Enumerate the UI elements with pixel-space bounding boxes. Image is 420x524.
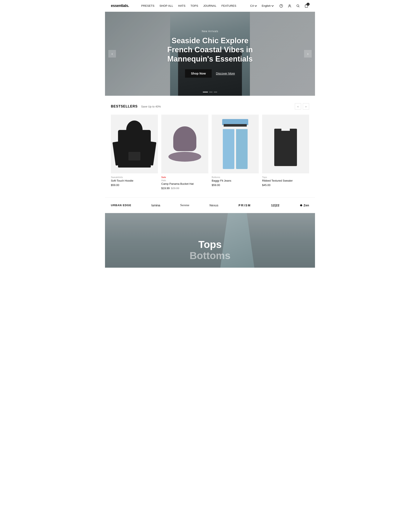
product-price-row: $19.99$29.99: [161, 187, 208, 190]
product-name: Baggy Fit Jeans: [212, 179, 259, 182]
brands-grid: URBAN EDGEluminaSereneNexusPRISM12|22 Ze…: [111, 203, 309, 207]
shop-now-button[interactable]: Shop Now: [185, 69, 212, 78]
hero-section: New Arrivals Seaside Chic Explore French…: [105, 12, 315, 96]
help-button[interactable]: [279, 3, 284, 9]
bestsellers-nav: ‹ ›: [295, 103, 309, 110]
brands-section: URBAN EDGEluminaSereneNexusPRISM12|22 Ze…: [105, 197, 315, 213]
category-content: Tops Bottoms: [190, 239, 231, 261]
region-label: CA: [250, 4, 254, 7]
hero-dots: [203, 92, 217, 92]
brand-logo[interactable]: lumina: [151, 203, 160, 207]
locale-group: CA English: [248, 3, 276, 8]
product-price-row: $59.00: [111, 183, 158, 187]
product-card[interactable]: Sweatshirts Soft-Touch Hoodie $59.00: [111, 115, 158, 190]
cart-badge: 0: [306, 3, 310, 6]
bestsellers-title-group: BESTSELLERS Save Up to 40%: [111, 105, 161, 108]
brand-logo[interactable]: PRISM: [239, 204, 251, 207]
search-button[interactable]: [295, 3, 301, 9]
product-category: Hats: [161, 179, 208, 182]
account-button[interactable]: [287, 3, 292, 9]
hero-prev-button[interactable]: ‹: [108, 50, 116, 58]
product-price: $59.00: [212, 183, 220, 187]
brand-logo[interactable]: 12|22: [271, 203, 280, 207]
bestsellers-prev[interactable]: ‹: [295, 103, 301, 110]
help-icon: [279, 4, 283, 8]
search-icon: [296, 4, 300, 8]
user-icon: [288, 4, 291, 8]
hero-content: New Arrivals Seaside Chic Explore French…: [155, 30, 265, 78]
bestsellers-section: BESTSELLERS Save Up to 40% ‹ › Sweatshir…: [105, 96, 315, 197]
product-category: Sweatshirts: [111, 176, 158, 178]
svg-point-1: [289, 5, 290, 6]
hero-dot-1[interactable]: [203, 92, 208, 92]
product-card[interactable]: Tops Ribbed Textured Sweater $45.00: [262, 115, 309, 190]
hero-next-button[interactable]: ›: [304, 50, 312, 58]
hero-actions: Shop Now Discover More: [160, 69, 260, 78]
nav-item-tops[interactable]: TOPS: [191, 4, 198, 7]
product-card[interactable]: Bottoms Baggy Fit Jeans $59.00: [212, 115, 259, 190]
product-image: [161, 115, 208, 173]
bestsellers-header: BESTSELLERS Save Up to 40% ‹ ›: [111, 103, 309, 110]
nav-item-shop-all[interactable]: SHOP ALL: [159, 4, 173, 7]
product-name: Soft-Touch Hoodie: [111, 179, 158, 182]
product-category: Bottoms: [212, 176, 259, 178]
product-price: $59.00: [111, 183, 119, 187]
product-card[interactable]: Sale Hats Camp Panama Bucket Hat $19.99$…: [161, 115, 208, 190]
nav-item-hats[interactable]: HATS: [178, 4, 185, 7]
sale-price: $19.99: [161, 187, 170, 190]
main-nav: PRESETSSHOP ALLHATSTOPSJOURNALFEATURES: [141, 4, 236, 7]
language-label: English: [262, 4, 271, 7]
product-price-row: $59.00: [212, 183, 259, 187]
category-title-bottoms[interactable]: Bottoms: [190, 250, 231, 261]
nav-item-features[interactable]: FEATURES: [221, 4, 236, 7]
product-name: Camp Panama Bucket Hat: [161, 182, 208, 185]
brand-logo[interactable]: Zen: [300, 204, 309, 207]
brand-logo[interactable]: Serene: [180, 203, 189, 207]
bestsellers-next[interactable]: ›: [303, 103, 309, 110]
product-image: [111, 115, 158, 173]
product-price-row: $45.00: [262, 183, 309, 187]
original-price: $29.99: [171, 187, 179, 190]
svg-point-2: [297, 5, 299, 7]
chevron-down-icon: [271, 5, 274, 7]
header-right: CA English 0: [248, 3, 309, 9]
categories-section: Tops Bottoms: [105, 213, 315, 268]
language-selector[interactable]: English: [260, 3, 276, 8]
brand-logo[interactable]: URBAN EDGE: [111, 204, 131, 207]
cart-button[interactable]: 0: [304, 3, 309, 9]
product-name: Ribbed Textured Sweater: [262, 179, 309, 182]
nav-item-presets[interactable]: PRESETS: [141, 4, 155, 7]
product-image: [212, 115, 259, 173]
sale-badge: Sale: [161, 176, 208, 178]
brand-logo[interactable]: Nexus: [210, 204, 219, 207]
bestsellers-title: BESTSELLERS: [111, 105, 138, 108]
nav-item-journal[interactable]: JOURNAL: [203, 4, 217, 7]
product-price: $45.00: [262, 183, 271, 187]
zen-icon: [300, 204, 303, 207]
products-grid: Sweatshirts Soft-Touch Hoodie $59.00 Sal…: [111, 115, 309, 190]
site-header: essentials. PRESETSSHOP ALLHATSTOPSJOURN…: [105, 0, 315, 12]
product-image: [262, 115, 309, 173]
hero-title: Seaside Chic Explore French Coastal Vibe…: [160, 36, 260, 63]
product-category: Tops: [262, 176, 309, 178]
bestsellers-subtitle: Save Up to 40%: [141, 105, 161, 108]
site-logo[interactable]: essentials.: [111, 4, 129, 8]
discover-more-button[interactable]: Discover More: [216, 72, 235, 75]
category-title-tops[interactable]: Tops: [190, 239, 231, 250]
chevron-down-icon: [254, 5, 257, 7]
region-selector[interactable]: CA: [248, 3, 259, 8]
hero-tag: New Arrivals: [160, 30, 260, 33]
svg-line-3: [299, 7, 299, 7]
hero-dot-2[interactable]: [209, 92, 212, 92]
hero-dot-3[interactable]: [214, 92, 217, 92]
